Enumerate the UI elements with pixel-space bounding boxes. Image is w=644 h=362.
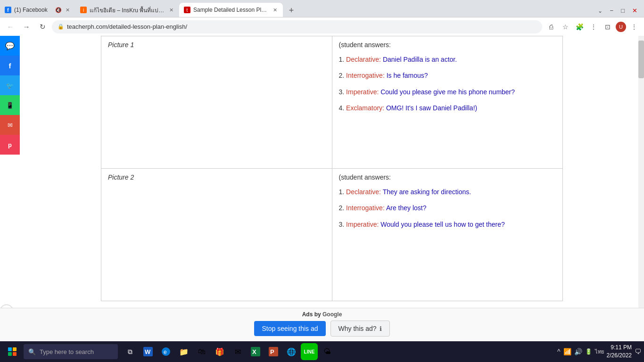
picture2-answers-cell: (student answers: 1. Declarative: They a… [332,169,563,301]
picture1-answers: (student answers: 1. Declarative: Daniel… [339,41,556,114]
network-icon[interactable]: 📶 [563,348,571,355]
excel-icon-svg: X [251,347,260,356]
tab-close-inskru[interactable]: ✕ [168,6,174,14]
minimize-button[interactable]: − [607,5,617,16]
address-bar-right: ⎙ ☆ 🧩 ⋮ ⊡ U ⋮ [545,21,640,33]
user-avatar[interactable]: U [616,22,626,32]
back-button[interactable]: ← [4,20,17,33]
search-placeholder: Type here to search [40,348,94,355]
info-icon: ℹ [380,325,382,332]
social-messenger-button[interactable]: 💬 [0,36,20,56]
social-pocket-button[interactable]: p [0,135,20,155]
svg-text:e: e [164,349,167,355]
browser-chrome: f (1) Facebook 🔇 ✕ i แก้ไขอิเดีย – InsKr… [0,0,644,36]
social-twitter-button[interactable]: 🐦 [0,75,20,95]
social-email-button[interactable]: ✉ [0,115,20,135]
tab-favicon-teacherph: t [184,7,190,13]
scrollbar-track[interactable] [638,36,644,341]
picture2-label: Picture 2 [108,173,134,181]
social-whatsapp-button[interactable]: 📱 [0,95,20,115]
clock-time: 9:11 PM [607,344,632,352]
messenger-icon: 💬 [5,41,15,50]
svg-text:X: X [252,348,256,355]
page-content: 💬 f 🐦 📱 ✉ p ⌄ Pictur [0,36,644,341]
cast-icon[interactable]: ⊡ [602,21,614,33]
new-tab-button[interactable]: + [285,4,298,17]
picture2-placeholder: Picture 2 [108,173,325,296]
speaker-icon[interactable]: 🔊 [574,348,582,355]
chrome-icon[interactable]: 🌐 [283,343,300,360]
word-icon[interactable]: W [140,343,157,360]
url-text: teacherph.com/detailed-lesson-plan-engli… [67,23,187,30]
picture1-answer-4: 4. Exclamatory: OMG! It's I saw Daniel P… [339,103,556,113]
stop-seeing-ad-button[interactable]: Stop seeing this ad [254,321,325,336]
picture1-answer-3: 3. Imperative: Could you please give me … [339,87,556,97]
table-row-picture1: Picture 1 (student answers: 1. Declarati… [101,36,563,169]
window-controls: ⌄ − □ ✕ [595,5,644,17]
system-clock[interactable]: 9:11 PM 2/26/2022 [607,344,632,360]
why-this-ad-button[interactable]: Why this ad? ℹ [330,321,390,337]
ad-buttons: Stop seeing this ad Why this ad? ℹ [0,321,644,337]
extensions-icon[interactable]: 🧩 [573,21,586,33]
picture1-placeholder: Picture 1 [108,41,325,164]
language-indicator[interactable]: ไทย [595,347,604,356]
battery-icon: 🔋 [585,348,592,355]
maximize-button[interactable]: □ [618,5,627,16]
lock-icon: 🔒 [58,24,64,30]
chevron-up-icon[interactable]: ^ [557,348,561,355]
refresh-button[interactable]: ↻ [36,20,49,33]
line-icon[interactable]: LINE [301,343,318,360]
tab-favicon-facebook: f [5,7,11,13]
tab-close-facebook[interactable]: ✕ [65,6,71,14]
picture1-answer-1: 1. Declarative: Daniel Padilla is an act… [339,54,556,65]
tab-mute-icon[interactable]: 🔇 [55,7,62,13]
tab-teacherph[interactable]: t Sample Detailed Lesson Plan in E ✕ [179,3,283,17]
picture2-answers-header: (student answers: [339,173,391,181]
share-icon[interactable]: ⎙ [545,21,557,33]
search-icon: 🔍 [28,348,36,355]
task-view-button[interactable]: ⧉ [122,343,139,360]
tab-favicon-inskru: i [80,7,87,13]
scrollbar-thumb[interactable] [638,41,644,78]
tab-facebook[interactable]: f (1) Facebook 🔇 ✕ [0,3,75,17]
notification-button[interactable]: 🗨 [635,348,641,355]
bookmark-icon[interactable]: ☆ [559,21,571,33]
table-row-picture2: Picture 2 (student answers: 1. Declarati… [101,169,563,301]
taskbar-right: ^ 📶 🔊 🔋 ไทย 9:11 PM 2/26/2022 🗨 [557,344,641,360]
social-facebook-button[interactable]: f [0,56,20,75]
picture2-answer-1: 1. Declarative: They are asking for dire… [339,187,556,197]
pocket-icon: p [8,141,12,148]
taskbar-search[interactable]: 🔍 Type here to search [24,344,118,359]
picture2-answer-2: 2. Interrogative: Are they lost? [339,203,556,213]
content-area: Picture 1 (student answers: 1. Declarati… [73,36,591,301]
tab-list-button[interactable]: ⌄ [595,6,605,16]
edge-icon-svg: e [161,347,171,356]
edge-icon[interactable]: e [157,343,174,360]
ad-label: Ads by Google [0,311,644,318]
weather-icon[interactable]: 🌤 [319,343,336,360]
picture1-answers-header: (student answers: [339,41,391,49]
tab-bar: f (1) Facebook 🔇 ✕ i แก้ไขอิเดีย – InsKr… [0,0,644,17]
lesson-table: Picture 1 (student answers: 1. Declarati… [101,36,563,301]
mail-icon[interactable]: ✉ [229,343,246,360]
tab-close-teacherph[interactable]: ✕ [272,6,278,14]
excel-icon[interactable]: X [247,343,264,360]
tab-inskru[interactable]: i แก้ไขอิเดีย – InsKru พื้นที่แบ่งปันไอด… [75,3,179,17]
svg-text:P: P [270,348,274,355]
menu-button[interactable]: ⋮ [628,21,640,33]
store-icon[interactable]: 🛍 [193,343,210,360]
profile-icon[interactable]: ⋮ [587,21,600,33]
powerpoint-icon[interactable]: P [265,343,282,360]
tab-label-facebook: (1) Facebook [14,7,52,13]
picture1-answers-cell: (student answers: 1. Declarative: Daniel… [332,36,563,169]
close-button[interactable]: ✕ [629,5,640,16]
microsoft-word-icon: W [143,347,153,356]
url-bar[interactable]: 🔒 teacherph.com/detailed-lesson-plan-eng… [52,20,542,33]
address-bar: ← → ↻ 🔒 teacherph.com/detailed-lesson-pl… [0,17,644,36]
tab-label-inskru: แก้ไขอิเดีย – InsKru พื้นที่แบ่งปันไอดี [90,6,165,15]
taskbar-icons: ⧉ W e 📁 🛍 🎁 ✉ X P 🌐 LINE 🌤 [122,343,336,360]
gift-icon[interactable]: 🎁 [211,343,228,360]
files-icon[interactable]: 📁 [175,343,192,360]
forward-button[interactable]: → [20,20,33,33]
start-button[interactable] [3,342,22,361]
